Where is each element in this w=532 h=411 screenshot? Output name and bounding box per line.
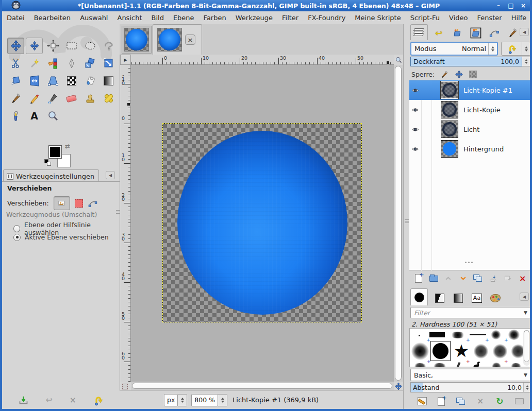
brush-preview-hardness-100-selected[interactable] [430,341,451,361]
tab-paths[interactable] [486,26,503,40]
lock-alpha-icon[interactable] [469,71,477,78]
titlebar[interactable]: *[Unbenannt]-1.1 (RGB-Farben 8-Bit-Gamma… [0,0,532,11]
menu-bearbeiten[interactable]: Bearbeiten [29,13,75,23]
fuzzy-select-tool-button[interactable] [26,55,43,72]
layer-mode-select[interactable]: Modus Normal [410,42,498,56]
menu-fx-foundry[interactable]: FX-Foundry [303,13,350,23]
eraser-tool-button[interactable] [63,90,80,107]
close-image-icon[interactable]: × [185,35,195,45]
crop-tool-button[interactable] [100,55,117,72]
gradient-tool-button[interactable] [100,73,117,89]
brush-preview[interactable] [507,362,525,367]
opacity-slider[interactable]: Deckkraft 100,0 [410,57,522,66]
quick-mask-toggle[interactable] [120,382,129,391]
horizontal-ruler[interactable]: 0 10 20 30 40 50 [131,55,394,65]
ink-tool-button[interactable] [7,108,24,124]
close-button[interactable]: × [519,2,528,10]
unit-select[interactable]: px [164,394,178,406]
brush-preview[interactable] [472,341,490,362]
clone-tool-button[interactable] [81,90,98,107]
merge-down-button[interactable] [487,273,499,284]
spacing-spinner[interactable] [523,383,530,392]
maximize-button[interactable]: □ [506,2,516,10]
zoom-tool-button[interactable] [44,108,61,124]
foreground-color-swatch[interactable] [48,145,62,159]
refresh-brushes-button[interactable]: ↻ [493,396,506,407]
menu-script-fu[interactable]: Script-Fu [406,13,444,23]
layer-row-licht-kopie-1[interactable]: Licht-Kopie #1 [409,80,532,100]
menu-video[interactable]: Video [444,13,472,23]
menu-bild[interactable]: Bild [147,13,169,23]
menu-filter[interactable]: Filter [277,13,303,23]
tab-channels[interactable] [448,26,466,40]
paintbrush-tool-button[interactable] [7,90,24,107]
menu-fenster[interactable]: Fenster [472,13,506,23]
opacity-spinner[interactable] [522,57,531,66]
lock-pixels-icon[interactable] [440,70,449,79]
flip-tool-button[interactable] [26,73,43,89]
tab-palettes[interactable] [487,290,504,305]
radio-pick-layer[interactable] [13,225,20,232]
brush-spacing-slider[interactable]: Abstand 10,0 [410,382,531,392]
navigation-button[interactable] [394,382,403,391]
visibility-eye-icon[interactable] [411,126,419,133]
tab-undo-history[interactable]: ↩ [430,26,447,40]
menu-ebene[interactable]: Ebene [169,13,199,23]
ellipse-select-tool-button[interactable] [81,38,98,54]
brush-preview[interactable] [411,341,429,362]
brush-grid-scrollbar[interactable] [523,330,530,366]
horizontal-scrollbar[interactable] [131,382,394,390]
swap-colors-icon[interactable]: ⇄ [65,143,70,150]
tab-tool-presets[interactable] [504,26,522,40]
tab-current-image[interactable] [467,26,485,40]
image-tab-1[interactable] [122,26,152,54]
brush-grid-scrollbar-thumb[interactable] [524,330,529,362]
delete-brush-button[interactable]: × [474,396,487,407]
vertical-scrollbar-thumb[interactable] [395,66,402,381]
left-pane-grip[interactable] [116,206,120,217]
edit-brush-button[interactable] [416,396,428,407]
pencil-tool-button[interactable] [26,90,43,107]
free-select-tool-button[interactable] [100,38,117,54]
layer-row-licht-kopie[interactable]: Licht-Kopie [409,100,532,119]
brush-preview[interactable] [491,341,509,362]
tab-brushes[interactable] [410,288,428,305]
brush-preview[interactable] [450,362,466,367]
reset-tool-options-button[interactable] [93,395,104,406]
brush-filter-input[interactable]: Filter ▼ [410,307,531,318]
brush-preview[interactable] [506,330,522,340]
vertical-ruler[interactable]: -10 0 10 20 30 40 50 60 [120,65,131,382]
tab-patterns[interactable] [431,290,448,305]
menu-farben[interactable]: Farben [199,13,231,23]
cage-transform-tool-button[interactable] [63,73,80,89]
lower-layer-button[interactable] [457,273,470,284]
tool-options-menu-button[interactable]: ◀ [106,171,115,179]
alignment-tool-button[interactable] [26,38,43,54]
bucket-fill-tool-button[interactable] [81,73,98,89]
visibility-eye-icon[interactable] [411,106,419,114]
layer-mask-button[interactable] [502,273,514,284]
paths-tool-button[interactable] [63,55,80,72]
open-brush-as-image-button[interactable] [513,396,525,407]
image-tab-2-active[interactable]: × [153,24,202,55]
unit-spinner[interactable] [178,394,187,406]
handle-transform-tool-button[interactable] [44,38,61,54]
horizontal-scrollbar-thumb[interactable] [132,383,392,389]
new-layer-group-button[interactable] [427,273,440,284]
tab-layers[interactable] [410,24,428,40]
zoom-spinner[interactable] [218,394,227,406]
visibility-eye-icon[interactable] [411,145,419,153]
menu-werkzeuge[interactable]: Werkzeuge [231,13,277,23]
zoom-level-field[interactable]: 800 % [191,394,218,406]
delete-layer-button[interactable]: × [517,273,529,284]
duplicate-layer-button[interactable] [472,273,484,284]
ruler-corner-button[interactable]: ▶ [120,55,131,65]
brush-preview[interactable] [449,331,467,339]
brush-preview[interactable] [487,362,506,367]
duplicate-brush-button[interactable] [455,396,467,407]
right-pane-grip[interactable] [405,215,409,227]
mode-switch-spinner[interactable] [522,42,530,55]
brush-preview[interactable] [488,330,504,340]
brush-preview-pepper[interactable] [468,361,486,367]
tab-werkzeugeinstellungen[interactable]: Werkzeugeinstellungen [3,169,99,181]
